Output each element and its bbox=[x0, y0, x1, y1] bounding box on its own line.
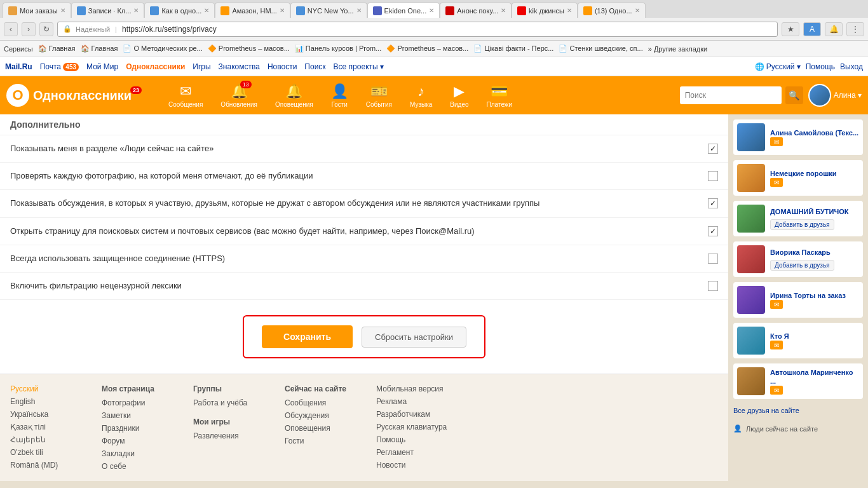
ok-nav-music[interactable]: ♪ Музыка bbox=[401, 76, 441, 114]
forward-button[interactable]: › bbox=[22, 22, 36, 36]
footer-lang-armenian[interactable]: Հայերեն bbox=[10, 435, 86, 444]
tab-close-icon[interactable]: ✕ bbox=[204, 7, 209, 14]
bm-panel[interactable]: 📊 Панель курсов | Prom... bbox=[295, 44, 382, 53]
tab-kik[interactable]: kik джинсы ✕ bbox=[512, 3, 578, 18]
footer-work-study[interactable]: Работа и учёба bbox=[193, 398, 269, 407]
footer-help[interactable]: Помощь bbox=[376, 435, 452, 444]
bm-home2[interactable]: 🏠 Главная bbox=[81, 44, 118, 53]
tab-kak[interactable]: Как в одно... ✕ bbox=[144, 3, 215, 18]
friend-add-btn-viorika[interactable]: Добавить в друзья bbox=[770, 260, 834, 271]
tab-close-icon[interactable]: ✕ bbox=[429, 7, 434, 14]
bm-services[interactable]: Сервисы bbox=[4, 45, 33, 53]
mailru-logo[interactable]: Mail.Ru bbox=[5, 62, 32, 71]
mailru-news[interactable]: Новости bbox=[268, 62, 297, 71]
checkbox-show-discussions[interactable] bbox=[708, 198, 718, 208]
footer-site-messages[interactable]: Сообщения bbox=[285, 398, 361, 407]
footer-keyboard[interactable]: Русская клавиатура bbox=[376, 423, 452, 431]
footer-lang-russian[interactable]: Русский bbox=[10, 384, 86, 393]
notifications-button[interactable]: 🔔 bbox=[825, 22, 843, 36]
footer-lang-english[interactable]: English bbox=[10, 397, 86, 406]
tab-ok13[interactable]: (13) Одно... ✕ bbox=[578, 3, 646, 18]
ok-nav-alerts[interactable]: 🔔 Оповещения bbox=[266, 76, 322, 114]
checkbox-show-people[interactable] bbox=[708, 144, 718, 154]
mailru-pochta[interactable]: Почта 453 bbox=[40, 62, 79, 71]
back-button[interactable]: ‹ bbox=[4, 22, 18, 36]
mailru-znakomstva[interactable]: Знакомства bbox=[219, 62, 260, 71]
bm-stenki[interactable]: 📄 Стенки шведские, сп... bbox=[559, 44, 642, 53]
mailru-games[interactable]: Игры bbox=[193, 62, 210, 71]
extensions-button[interactable]: ★ bbox=[782, 22, 799, 36]
bm-other[interactable]: » Другие закладки bbox=[648, 45, 707, 53]
search-input[interactable] bbox=[680, 86, 782, 104]
user-avatar[interactable] bbox=[808, 84, 831, 107]
footer-news[interactable]: Новости bbox=[376, 461, 452, 470]
checkbox-search-engines[interactable] bbox=[708, 226, 718, 236]
footer-notes[interactable]: Заметки bbox=[102, 411, 178, 420]
sidebar-friend-viorika[interactable]: Виорика Паскарь Добавить в друзья bbox=[733, 241, 863, 277]
tab-moi-zakazy[interactable]: Мои заказы ✕ bbox=[3, 3, 71, 18]
footer-site-guests[interactable]: Гости bbox=[285, 437, 361, 445]
mailru-moi-mir[interactable]: Мой Мир bbox=[86, 62, 118, 71]
refresh-button[interactable]: ↻ bbox=[39, 22, 53, 36]
sidebar-friend-alina[interactable]: Алина Самойлова (Текс... ✉ bbox=[733, 119, 863, 155]
footer-site-alerts[interactable]: Оповещения bbox=[285, 424, 361, 433]
footer-site-discussions[interactable]: Обсуждения bbox=[285, 411, 361, 420]
checkbox-filter[interactable] bbox=[708, 281, 718, 291]
bm-prom2[interactable]: 🔶 Prometheus – масов... bbox=[386, 44, 468, 53]
menu-button[interactable]: ⋮ bbox=[846, 22, 864, 36]
ok-nav-messages[interactable]: ✉ Сообщения bbox=[159, 76, 212, 114]
sidebar-friend-nemeckie[interactable]: Немецкие порошки ✉ bbox=[733, 160, 863, 196]
checkbox-check-photos[interactable] bbox=[708, 171, 718, 181]
tab-close-icon[interactable]: ✕ bbox=[280, 7, 285, 14]
tab-close-icon[interactable]: ✕ bbox=[133, 7, 139, 14]
tab-close-icon[interactable]: ✕ bbox=[60, 7, 65, 14]
mailru-exit[interactable]: Выход bbox=[840, 62, 863, 71]
all-friends-link[interactable]: Все друзья на сайте bbox=[733, 404, 863, 417]
sidebar-friend-kto-ya[interactable]: Кто Я ✉ bbox=[733, 323, 863, 358]
ok-nav-events[interactable]: 🎫 События bbox=[357, 76, 401, 114]
tab-close-icon[interactable]: ✕ bbox=[356, 7, 362, 14]
sidebar-friend-domashny[interactable]: ДОМАШНИЙ БУТИЧОК Добавить в друзья bbox=[733, 201, 863, 236]
reset-button[interactable]: Сбросить настройки bbox=[362, 327, 466, 348]
save-button[interactable]: Сохранить bbox=[262, 325, 353, 348]
footer-lang-uzbek[interactable]: O'zbek tili bbox=[10, 448, 86, 457]
tab-close-icon[interactable]: ✕ bbox=[501, 7, 506, 14]
friend-add-btn-domashny[interactable]: Добавить в друзья bbox=[770, 219, 834, 230]
mailru-search[interactable]: Поиск bbox=[304, 62, 325, 71]
footer-lang-ukrainian[interactable]: Українська bbox=[10, 410, 86, 419]
footer-entertainment[interactable]: Развлечения bbox=[193, 431, 269, 440]
footer-forum[interactable]: Форум bbox=[102, 437, 178, 445]
footer-lang-romanian[interactable]: Română (MD) bbox=[10, 461, 86, 470]
footer-rules[interactable]: Регламент bbox=[376, 448, 452, 457]
tab-zapiski[interactable]: Записи · Кл... ✕ bbox=[71, 3, 145, 18]
footer-mobile[interactable]: Мобильная версия bbox=[376, 384, 452, 393]
bm-home1[interactable]: 🏠 Главная bbox=[38, 44, 76, 53]
tab-close-icon[interactable]: ✕ bbox=[635, 7, 640, 14]
footer-ads[interactable]: Реклама bbox=[376, 397, 452, 406]
search-button[interactable]: 🔍 bbox=[785, 86, 803, 104]
address-bar[interactable]: 🔒 Надёжный | https://ok.ru/settings/priv… bbox=[57, 22, 778, 37]
footer-lang-kazakh[interactable]: Қазақ тілі bbox=[10, 423, 86, 431]
address-text[interactable]: https://ok.ru/settings/privacy bbox=[122, 25, 772, 34]
bm-metod[interactable]: 📄 О Методических ре... bbox=[123, 44, 202, 53]
sidebar-friend-avtoshkola[interactable]: Автошкола Маринченко ... ✉ bbox=[733, 363, 863, 399]
bm-tsikavi[interactable]: 📄 Цікаві факти - Перс... bbox=[473, 44, 553, 53]
user-name[interactable]: Алина ▾ bbox=[834, 91, 862, 100]
ok-nav-guests[interactable]: 👤 Гости bbox=[322, 76, 357, 114]
tab-ekiden[interactable]: Ekiden One... ✕ bbox=[367, 3, 440, 18]
tab-amazon[interactable]: Амазон, НМ... ✕ bbox=[215, 3, 290, 18]
mailru-help[interactable]: Помощь bbox=[806, 62, 835, 71]
tab-nyc[interactable]: NYC New Yo... ✕ bbox=[290, 3, 367, 18]
footer-holidays[interactable]: Праздники bbox=[102, 424, 178, 433]
footer-bookmarks[interactable]: Закладки bbox=[102, 449, 178, 458]
tab-anons[interactable]: Анонс поку... ✕ bbox=[440, 3, 512, 18]
ok-nav-video[interactable]: ▶ Видео bbox=[441, 76, 477, 114]
ok-nav-payments[interactable]: 💳 Платежи bbox=[478, 76, 522, 114]
sidebar-friend-irina[interactable]: Ирина Торты на заказ ✉ bbox=[733, 282, 863, 318]
ok-logo[interactable]: О Одноклассники 23 bbox=[6, 84, 147, 107]
mailru-lang[interactable]: 🌐 Русский ▾ bbox=[755, 62, 801, 71]
footer-devs[interactable]: Разработчикам bbox=[376, 410, 452, 419]
mailru-ok[interactable]: Одноклассники bbox=[126, 62, 185, 71]
footer-about[interactable]: О себе bbox=[102, 462, 178, 471]
ok-nav-updates[interactable]: 🔔 13 Обновления bbox=[212, 76, 266, 114]
